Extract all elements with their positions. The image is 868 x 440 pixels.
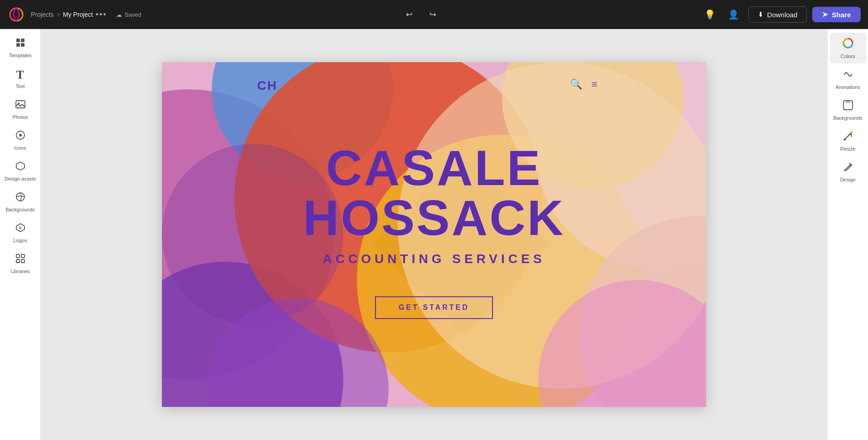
svg-rect-3 — [16, 43, 20, 47]
main-layout: Templates T Text Photos Icons Design ass… — [0, 29, 868, 440]
right-sidebar: Colors Animations Backgrounds Resize — [827, 29, 868, 440]
sidebar-item-design-assets[interactable]: Design assets — [2, 156, 39, 186]
canvas-nav-icons: 🔍 ≡ — [570, 78, 597, 90]
breadcrumb-projects[interactable]: Projects — [31, 11, 54, 18]
sidebar-item-icons[interactable]: Icons — [2, 125, 39, 155]
svg-rect-1 — [16, 39, 20, 42]
saved-indicator: ☁ Saved — [116, 11, 141, 18]
photos-icon — [15, 99, 26, 112]
sidebar-item-backgrounds-right[interactable]: Backgrounds — [830, 95, 866, 125]
svg-rect-2 — [21, 39, 24, 42]
svg-point-9 — [16, 193, 24, 201]
sidebar-item-logos[interactable]: B Logos — [2, 218, 39, 248]
backgrounds-right-icon — [843, 100, 853, 113]
logos-label: Logos — [14, 238, 27, 243]
breadcrumb: Projects > My Project ••• — [31, 10, 107, 20]
topbar-center: ↩ ↪ — [401, 6, 441, 23]
backgrounds-label: Backgrounds — [5, 207, 34, 212]
design-assets-icon — [15, 161, 26, 174]
left-sidebar: Templates T Text Photos Icons Design ass… — [0, 29, 41, 440]
redo-button[interactable]: ↪ — [425, 6, 441, 23]
libraries-icon — [15, 253, 26, 267]
backgrounds-right-label: Backgrounds — [833, 115, 862, 121]
templates-icon — [15, 37, 26, 51]
share-access-button[interactable]: 👤 — [725, 5, 743, 24]
ch-logo: CH — [257, 78, 277, 93]
canvas-wrapper: CH 🔍 ≡ CASALE HOSSACK ACCOUNTING SERVICE… — [162, 62, 706, 407]
svg-point-8 — [19, 134, 22, 137]
cta-button[interactable]: GET STARTED — [375, 296, 493, 319]
company-name: CASALE HOSSACK — [303, 143, 565, 243]
sidebar-item-colors[interactable]: Colors — [830, 33, 866, 64]
breadcrumb-more-button[interactable]: ••• — [96, 10, 107, 20]
search-nav-icon[interactable]: 🔍 — [570, 78, 582, 90]
share-icon: ➤ — [822, 10, 828, 19]
canvas-content: CH 🔍 ≡ CASALE HOSSACK ACCOUNTING SERVICE… — [162, 62, 706, 407]
company-line2: HOSSACK — [303, 193, 565, 243]
svg-text:B: B — [19, 226, 22, 230]
download-label: Download — [767, 11, 798, 19]
icons-icon — [15, 130, 26, 143]
backgrounds-icon — [15, 191, 26, 205]
sidebar-item-photos[interactable]: Photos — [2, 94, 39, 124]
svg-rect-12 — [21, 254, 24, 258]
app-logo[interactable] — [7, 5, 25, 24]
topbar: Projects > My Project ••• ☁ Saved ↩ ↪ 💡 … — [0, 0, 868, 29]
design-icon — [843, 161, 853, 175]
cloud-icon: ☁ — [116, 11, 122, 18]
breadcrumb-project-name: My Project — [63, 11, 93, 18]
saved-label: Saved — [125, 11, 141, 18]
libraries-label: Libraries — [10, 269, 29, 274]
animations-icon — [843, 69, 853, 83]
design-assets-label: Design assets — [5, 176, 36, 181]
share-button[interactable]: ➤ Share — [812, 7, 861, 22]
svg-point-0 — [9, 7, 24, 22]
topbar-left: Projects > My Project ••• ☁ Saved — [7, 5, 141, 24]
icons-label: Icons — [14, 145, 26, 151]
menu-nav-icon[interactable]: ≡ — [591, 78, 597, 90]
company-line1: CASALE — [303, 143, 565, 193]
undo-button[interactable]: ↩ — [401, 6, 418, 23]
colors-label: Colors — [841, 54, 855, 59]
text-label: Text — [15, 83, 24, 89]
resize-icon — [843, 131, 853, 144]
resize-label: Resize — [840, 146, 856, 152]
download-icon: ⬇ — [758, 10, 764, 19]
design-label: Design — [840, 177, 855, 182]
canvas-area[interactable]: CH 🔍 ≡ CASALE HOSSACK ACCOUNTING SERVICE… — [41, 29, 827, 440]
sidebar-item-text[interactable]: T Text — [2, 64, 39, 93]
tips-button[interactable]: 💡 — [701, 5, 719, 24]
text-icon: T — [16, 68, 24, 82]
logos-icon: B — [15, 222, 26, 236]
sidebar-item-animations[interactable]: Animations — [830, 64, 866, 94]
svg-rect-14 — [21, 259, 24, 263]
breadcrumb-separator: > — [57, 11, 60, 18]
tagline: ACCOUNTING SERVICES — [303, 252, 565, 266]
canvas-main-text: CASALE HOSSACK ACCOUNTING SERVICES GET S… — [303, 143, 565, 319]
svg-rect-4 — [21, 43, 24, 47]
colors-icon — [842, 37, 854, 52]
sidebar-item-templates[interactable]: Templates — [2, 33, 39, 63]
svg-rect-11 — [16, 254, 20, 258]
sidebar-item-backgrounds[interactable]: Backgrounds — [2, 187, 39, 217]
svg-rect-13 — [16, 259, 20, 263]
topbar-right: 💡 👤 ⬇ Download ➤ Share — [701, 5, 861, 24]
templates-label: Templates — [9, 53, 31, 58]
sidebar-item-design[interactable]: Design — [830, 157, 866, 187]
animations-label: Animations — [835, 84, 860, 90]
sidebar-item-libraries[interactable]: Libraries — [2, 249, 39, 279]
download-button[interactable]: ⬇ Download — [748, 6, 807, 23]
ch-text: CH — [257, 78, 277, 93]
share-label: Share — [832, 11, 851, 19]
sidebar-item-resize[interactable]: Resize — [830, 126, 866, 156]
photos-label: Photos — [12, 114, 28, 120]
